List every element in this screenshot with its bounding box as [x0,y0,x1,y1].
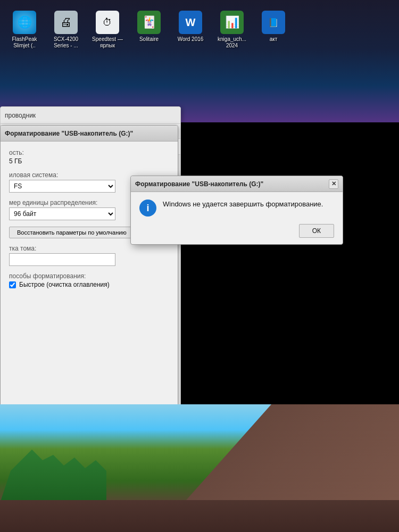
scx-icon: 🖨 [54,11,78,34]
capacity-value: 5 ГБ [9,157,169,165]
akt-label: акт [270,36,278,43]
mountain [186,404,399,500]
landscape [0,404,399,532]
format-title-text: Форматирование "USB-накопитель (G:)" [5,130,133,137]
error-dialog: Форматирование "USB-накопитель (G:)" ✕ i… [130,176,343,245]
desktop-icon-speedtest[interactable]: ⏱ Speedtest —ярлык [88,11,127,49]
quick-format-label: Быстрое (очистка оглавления) [19,281,110,288]
method-label: пособы форматирования: [9,272,169,280]
volume-label-text: тка тома: [9,245,169,252]
word-icon: W [179,11,202,34]
method-checkbox-row: Быстрое (очистка оглавления) [9,281,169,288]
allocation-select[interactable]: 96 байт 512 байт 1024 байт [9,207,115,220]
explorer-title: проводник [5,112,36,119]
solitaire-label: Solitaire [139,36,159,43]
method-row: пособы форматирования: Быстрое (очистка … [9,272,169,288]
volume-label-input[interactable] [9,253,115,266]
speedtest-label: Speedtest —ярлык [92,36,123,49]
flashpeak-label: FlashPeakSlimjet (.. [12,36,37,49]
ok-button[interactable]: ОК [299,224,334,238]
word-label: Word 2016 [178,36,204,43]
ground [0,500,399,532]
error-body: i Windows не удается завершить форматиро… [131,192,343,224]
desktop-icon-flashpeak[interactable]: 🌐 FlashPeakSlimjet (.. [5,11,44,49]
info-icon: i [139,200,156,217]
kniga-icon: 📊 [220,11,244,34]
trees [0,450,106,503]
desktop-icon-scx[interactable]: 🖨 SCX-4200Series - ... [47,11,85,49]
error-footer: ОК [299,224,334,238]
desktop-icons: 🌐 FlashPeakSlimjet (.. 🖨 SCX-4200Series … [0,0,298,54]
kniga-label: kniga_uch...2024 [218,36,246,49]
error-close-button[interactable]: ✕ [329,179,338,189]
desktop-icon-kniga[interactable]: 📊 kniga_uch...2024 [213,11,251,49]
akt-icon: 📘 [262,11,285,34]
quick-format-checkbox[interactable] [9,281,16,288]
info-icon-text: i [146,203,149,214]
scx-label: SCX-4200Series - ... [54,36,78,49]
error-message: Windows не удается завершить форматирова… [163,200,334,209]
error-dialog-titlebar: Форматирование "USB-накопитель (G:)" ✕ [131,176,343,192]
restore-button[interactable]: Восстановить параметры по умолчанию [9,227,135,238]
format-dialog-title: Форматирование "USB-накопитель (G:)" [1,126,178,142]
format-capacity-row: ость: 5 ГБ [9,149,169,165]
error-title-text: Форматирование "USB-накопитель (G:)" [135,180,263,188]
volume-label-row: тка тома: [9,245,169,266]
desktop-icon-akt[interactable]: 📘 акт [254,11,293,49]
filesystem-select[interactable]: FS FAT32 NTFS [9,180,115,193]
speedtest-icon: ⏱ [96,11,119,34]
explorer-titlebar: проводник [1,107,180,124]
desktop-icon-solitaire[interactable]: 🃏 Solitaire [130,11,168,49]
capacity-label: ость: [9,149,169,156]
desktop-icon-word[interactable]: W Word 2016 [171,11,210,49]
solitaire-icon: 🃏 [137,11,161,34]
flashpeak-icon: 🌐 [13,11,36,34]
